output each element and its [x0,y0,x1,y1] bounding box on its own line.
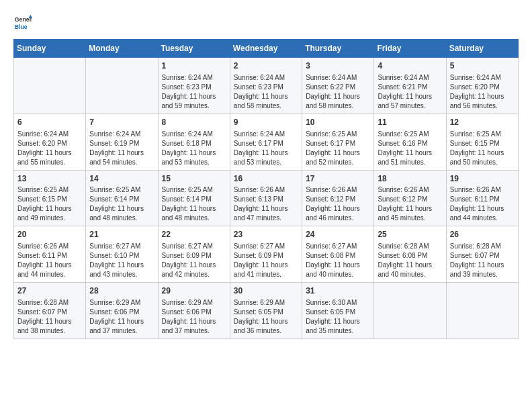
day-info: Sunrise: 6:29 AM Sunset: 6:06 PM Dayligh… [89,298,154,336]
calendar-table: SundayMondayTuesdayWednesdayThursdayFrid… [13,39,519,339]
header-sunday: Sunday [14,40,86,58]
day-number: 4 [378,60,442,72]
day-number: 18 [378,173,442,185]
calendar-cell [374,283,446,339]
calendar-cell: 2Sunrise: 6:24 AM Sunset: 6:23 PM Daylig… [230,58,302,114]
day-number: 12 [450,117,515,128]
day-info: Sunrise: 6:25 AM Sunset: 6:15 PM Dayligh… [17,185,82,223]
calendar-cell: 29Sunrise: 6:29 AM Sunset: 6:06 PM Dayli… [158,283,230,339]
calendar-cell: 23Sunrise: 6:27 AM Sunset: 6:09 PM Dayli… [230,226,302,283]
day-number: 8 [162,117,226,128]
calendar-cell: 10Sunrise: 6:25 AM Sunset: 6:17 PM Dayli… [302,113,374,170]
calendar-cell: 8Sunrise: 6:24 AM Sunset: 6:18 PM Daylig… [158,113,230,170]
day-number: 30 [234,285,298,297]
calendar-cell: 21Sunrise: 6:27 AM Sunset: 6:10 PM Dayli… [86,226,158,283]
day-number: 13 [17,173,82,185]
calendar-cell [86,58,158,114]
day-info: Sunrise: 6:24 AM Sunset: 6:23 PM Dayligh… [234,73,298,111]
header-saturday: Saturday [446,40,518,58]
day-number: 1 [162,60,226,72]
calendar-cell: 22Sunrise: 6:27 AM Sunset: 6:09 PM Dayli… [158,226,230,283]
day-info: Sunrise: 6:28 AM Sunset: 6:07 PM Dayligh… [17,298,82,336]
svg-text:Blue: Blue [15,24,28,30]
calendar-week-row: 6Sunrise: 6:24 AM Sunset: 6:20 PM Daylig… [14,113,519,170]
day-info: Sunrise: 6:29 AM Sunset: 6:05 PM Dayligh… [234,298,298,336]
calendar-cell: 3Sunrise: 6:24 AM Sunset: 6:22 PM Daylig… [302,58,374,114]
calendar-cell: 17Sunrise: 6:26 AM Sunset: 6:12 PM Dayli… [302,170,374,226]
calendar-cell [446,283,518,339]
day-info: Sunrise: 6:27 AM Sunset: 6:10 PM Dayligh… [89,242,154,279]
day-info: Sunrise: 6:26 AM Sunset: 6:13 PM Dayligh… [234,185,298,223]
day-info: Sunrise: 6:24 AM Sunset: 6:22 PM Dayligh… [306,73,370,111]
day-number: 20 [17,229,82,240]
day-number: 11 [378,117,442,128]
calendar-cell: 27Sunrise: 6:28 AM Sunset: 6:07 PM Dayli… [14,283,86,339]
day-number: 2 [234,60,298,72]
calendar-cell: 1Sunrise: 6:24 AM Sunset: 6:23 PM Daylig… [158,58,230,114]
day-info: Sunrise: 6:28 AM Sunset: 6:08 PM Dayligh… [378,242,442,279]
day-info: Sunrise: 6:25 AM Sunset: 6:14 PM Dayligh… [162,185,226,223]
calendar-cell [14,58,86,114]
day-number: 31 [306,285,370,297]
day-number: 23 [234,229,298,240]
logo-icon: General Blue [13,13,32,32]
day-number: 28 [89,285,154,297]
day-info: Sunrise: 6:24 AM Sunset: 6:18 PM Dayligh… [162,130,226,167]
day-number: 9 [234,117,298,128]
calendar-week-row: 20Sunrise: 6:26 AM Sunset: 6:11 PM Dayli… [14,226,519,283]
day-info: Sunrise: 6:25 AM Sunset: 6:15 PM Dayligh… [450,130,515,167]
day-number: 3 [306,60,370,72]
calendar-cell: 18Sunrise: 6:26 AM Sunset: 6:12 PM Dayli… [374,170,446,226]
day-info: Sunrise: 6:24 AM Sunset: 6:20 PM Dayligh… [17,130,82,167]
calendar-cell: 30Sunrise: 6:29 AM Sunset: 6:05 PM Dayli… [230,283,302,339]
day-info: Sunrise: 6:27 AM Sunset: 6:09 PM Dayligh… [162,242,226,279]
day-info: Sunrise: 6:25 AM Sunset: 6:17 PM Dayligh… [306,130,370,167]
day-number: 7 [89,117,154,128]
day-info: Sunrise: 6:24 AM Sunset: 6:23 PM Dayligh… [162,73,226,111]
day-info: Sunrise: 6:25 AM Sunset: 6:14 PM Dayligh… [89,185,154,223]
day-info: Sunrise: 6:29 AM Sunset: 6:06 PM Dayligh… [162,298,226,336]
day-number: 5 [450,60,515,72]
calendar-week-row: 13Sunrise: 6:25 AM Sunset: 6:15 PM Dayli… [14,170,519,226]
day-number: 22 [162,229,226,240]
calendar-cell: 19Sunrise: 6:26 AM Sunset: 6:11 PM Dayli… [446,170,518,226]
day-number: 24 [306,229,370,240]
calendar-cell: 31Sunrise: 6:30 AM Sunset: 6:05 PM Dayli… [302,283,374,339]
day-number: 15 [162,173,226,185]
calendar-cell: 12Sunrise: 6:25 AM Sunset: 6:15 PM Dayli… [446,113,518,170]
calendar-cell: 13Sunrise: 6:25 AM Sunset: 6:15 PM Dayli… [14,170,86,226]
day-info: Sunrise: 6:27 AM Sunset: 6:09 PM Dayligh… [234,242,298,279]
logo: General Blue [13,13,35,32]
day-number: 14 [89,173,154,185]
day-number: 10 [306,117,370,128]
calendar-cell: 9Sunrise: 6:24 AM Sunset: 6:17 PM Daylig… [230,113,302,170]
header-friday: Friday [374,40,446,58]
header-monday: Monday [86,40,158,58]
day-info: Sunrise: 6:26 AM Sunset: 6:11 PM Dayligh… [450,185,515,223]
day-info: Sunrise: 6:24 AM Sunset: 6:19 PM Dayligh… [89,130,154,167]
calendar-cell: 11Sunrise: 6:25 AM Sunset: 6:16 PM Dayli… [374,113,446,170]
day-number: 21 [89,229,154,240]
header-thursday: Thursday [302,40,374,58]
calendar-cell: 26Sunrise: 6:28 AM Sunset: 6:07 PM Dayli… [446,226,518,283]
day-number: 29 [162,285,226,297]
day-info: Sunrise: 6:26 AM Sunset: 6:11 PM Dayligh… [17,242,82,279]
calendar-week-row: 27Sunrise: 6:28 AM Sunset: 6:07 PM Dayli… [14,283,519,339]
calendar-cell: 14Sunrise: 6:25 AM Sunset: 6:14 PM Dayli… [86,170,158,226]
day-number: 6 [17,117,82,128]
calendar-cell: 5Sunrise: 6:24 AM Sunset: 6:20 PM Daylig… [446,58,518,114]
calendar-cell: 24Sunrise: 6:27 AM Sunset: 6:08 PM Dayli… [302,226,374,283]
page-header: General Blue [13,13,519,32]
calendar-cell: 25Sunrise: 6:28 AM Sunset: 6:08 PM Dayli… [374,226,446,283]
day-info: Sunrise: 6:26 AM Sunset: 6:12 PM Dayligh… [306,185,370,223]
day-info: Sunrise: 6:24 AM Sunset: 6:20 PM Dayligh… [450,73,515,111]
day-number: 17 [306,173,370,185]
day-info: Sunrise: 6:24 AM Sunset: 6:21 PM Dayligh… [378,73,442,111]
calendar-cell: 4Sunrise: 6:24 AM Sunset: 6:21 PM Daylig… [374,58,446,114]
day-number: 26 [450,229,515,240]
day-info: Sunrise: 6:26 AM Sunset: 6:12 PM Dayligh… [378,185,442,223]
calendar-cell: 15Sunrise: 6:25 AM Sunset: 6:14 PM Dayli… [158,170,230,226]
header-tuesday: Tuesday [158,40,230,58]
calendar-cell: 16Sunrise: 6:26 AM Sunset: 6:13 PM Dayli… [230,170,302,226]
day-number: 25 [378,229,442,240]
